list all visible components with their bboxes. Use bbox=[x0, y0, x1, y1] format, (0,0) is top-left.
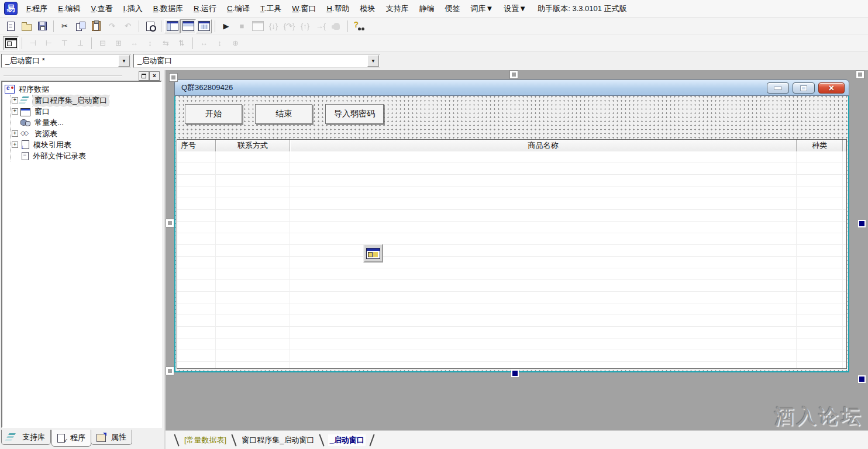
designer-form-button[interactable]: 结束 bbox=[255, 104, 312, 124]
run-to-cursor-button bbox=[313, 19, 329, 33]
panel-tab[interactable]: 属性 bbox=[91, 430, 132, 445]
cut-button[interactable] bbox=[57, 19, 73, 33]
help-search-icon bbox=[354, 22, 364, 31]
designer-form-button[interactable]: 导入弱密码 bbox=[325, 104, 384, 124]
same-height-icon bbox=[218, 39, 222, 47]
close-button[interactable] bbox=[818, 82, 845, 94]
help-search-button[interactable] bbox=[351, 19, 367, 33]
tree-root[interactable]: 程序数据 bbox=[5, 84, 161, 95]
panel-splitter[interactable] bbox=[4, 75, 122, 77]
toolbar-separator bbox=[161, 20, 161, 32]
menu-f[interactable]: F.程序 bbox=[21, 4, 53, 14]
document-tab[interactable]: [常量数据表] bbox=[183, 434, 228, 446]
menu-c[interactable]: C.编译 bbox=[222, 4, 255, 14]
resize-handle-top-right[interactable] bbox=[856, 71, 864, 78]
document-tab-bar: [常量数据表]窗口程序集_启动窗口_启动窗口 bbox=[166, 430, 868, 449]
form-window-controls bbox=[767, 82, 845, 94]
menu-extra[interactable]: 词库▼ bbox=[465, 4, 498, 14]
assembly-icon bbox=[20, 96, 30, 105]
tree-expand-toggle[interactable]: + bbox=[12, 141, 18, 148]
swap-width-button bbox=[158, 36, 174, 50]
external-files-icon bbox=[22, 152, 29, 160]
tree-expand-toggle[interactable]: + bbox=[12, 130, 18, 137]
window-select-combo[interactable]: _启动窗口 * ▼ bbox=[1, 54, 131, 68]
chevron-down-icon[interactable]: ▼ bbox=[118, 55, 130, 67]
component-placeholder-button[interactable] bbox=[363, 244, 383, 263]
menu-h[interactable]: H.帮助 bbox=[321, 4, 354, 14]
run-button[interactable] bbox=[218, 19, 234, 33]
menu-extra[interactable]: 支持库 bbox=[380, 4, 414, 14]
column-header-种类[interactable]: 种类 bbox=[797, 140, 843, 151]
open-file-button[interactable] bbox=[19, 19, 35, 33]
menu-b[interactable]: B.数据库 bbox=[148, 4, 188, 14]
panel-tab[interactable]: 程序 bbox=[51, 430, 91, 447]
resize-handle-top-left[interactable] bbox=[170, 74, 177, 81]
new-file-button[interactable] bbox=[3, 19, 19, 33]
tree-expand-toggle[interactable]: + bbox=[12, 108, 18, 115]
menu-accelerator: H bbox=[326, 4, 332, 13]
menu-r[interactable]: R.运行 bbox=[188, 4, 222, 14]
unit-select-combo[interactable]: _启动窗口 ▼ bbox=[133, 54, 380, 68]
listview-control[interactable]: 序号联系方式商品名称种类 bbox=[177, 139, 847, 369]
layout-left-pane-button[interactable] bbox=[164, 19, 180, 33]
tree-item[interactable]: +外部文件记录表 bbox=[11, 150, 161, 161]
menu-e[interactable]: E.编辑 bbox=[53, 4, 85, 14]
resize-handle-left-mid[interactable] bbox=[166, 219, 174, 227]
resize-handle-bottom-left[interactable] bbox=[166, 367, 174, 375]
tree-item[interactable]: +窗口 bbox=[11, 106, 161, 117]
menu-extra[interactable]: 模块 bbox=[354, 4, 380, 14]
menu-extra[interactable]: 便签 bbox=[439, 4, 465, 14]
same-height-button bbox=[212, 36, 228, 50]
toolbar-separator bbox=[139, 20, 139, 32]
tree-item[interactable]: +常量表... bbox=[11, 117, 161, 128]
designer-form-button[interactable]: 开始 bbox=[185, 104, 242, 124]
layout-grid-pane-button[interactable] bbox=[196, 19, 212, 33]
layout-top-pane-button[interactable] bbox=[180, 19, 196, 33]
copy-button[interactable] bbox=[73, 19, 88, 33]
paste-button[interactable] bbox=[88, 19, 104, 33]
form-client-grid[interactable]: 开始结束导入弱密码 序号联系方式商品名称种类 bbox=[174, 96, 849, 372]
tree-item[interactable]: +模块引用表 bbox=[11, 139, 161, 150]
new-file-icon bbox=[7, 22, 15, 31]
document-tab[interactable]: 窗口程序集_启动窗口 bbox=[240, 434, 315, 446]
find-button[interactable] bbox=[142, 19, 158, 33]
column-header-filler[interactable] bbox=[843, 140, 846, 151]
chevron-down-icon[interactable]: ▼ bbox=[367, 55, 379, 67]
maximize-button[interactable] bbox=[793, 82, 815, 94]
menu-i[interactable]: I.插入 bbox=[118, 4, 148, 14]
align-bottom-icon bbox=[77, 39, 84, 47]
resize-handle-right-mid[interactable] bbox=[858, 220, 866, 227]
column-header-联系方式[interactable]: 联系方式 bbox=[216, 140, 290, 151]
form-titlebar[interactable]: Q群362809426 bbox=[174, 80, 849, 96]
center-horizontal-button bbox=[95, 36, 111, 50]
column-header-序号[interactable]: 序号 bbox=[177, 140, 216, 151]
menu-extra[interactable]: 设置▼ bbox=[498, 4, 532, 14]
resize-handle-top-mid[interactable] bbox=[510, 71, 518, 78]
menu-t[interactable]: T.工具 bbox=[255, 4, 287, 14]
panel-tab[interactable]: 支持库 bbox=[1, 430, 51, 445]
window-icon bbox=[20, 108, 30, 116]
resize-handle-bottom-right[interactable] bbox=[858, 375, 866, 383]
menu-v[interactable]: V.查看 bbox=[85, 4, 118, 14]
designed-form[interactable]: Q群362809426 开始结束导入弱密码 序号联系方式商品名称种类 bbox=[174, 80, 849, 372]
document-tab[interactable]: _启动窗口 bbox=[328, 434, 365, 446]
tree-expand-toggle[interactable]: + bbox=[12, 97, 18, 103]
save-button[interactable] bbox=[35, 19, 50, 33]
form-buttons-row: 开始结束导入弱密码 bbox=[185, 104, 384, 124]
center-vertical-button bbox=[111, 36, 126, 50]
menu-w[interactable]: W.窗口 bbox=[287, 4, 321, 14]
minimize-button[interactable] bbox=[767, 82, 789, 94]
tree-item[interactable]: +窗口程序集_启动窗口 bbox=[11, 95, 161, 106]
form-designer-grid-button[interactable] bbox=[3, 36, 19, 50]
column-body bbox=[843, 151, 846, 368]
panel-float-button[interactable] bbox=[139, 71, 149, 81]
panel-close-button[interactable]: × bbox=[149, 71, 160, 81]
menu-extra[interactable]: 静编 bbox=[414, 4, 439, 14]
menu-accelerator: W bbox=[292, 4, 299, 13]
step-into-button bbox=[266, 19, 281, 33]
column-header-商品名称[interactable]: 商品名称 bbox=[290, 140, 797, 151]
tree-item[interactable]: +资源表 bbox=[11, 128, 161, 139]
forum-watermark: 酒入论坛 bbox=[774, 403, 863, 430]
find-icon bbox=[146, 22, 154, 31]
resize-handle-bottom-mid[interactable] bbox=[511, 369, 519, 377]
